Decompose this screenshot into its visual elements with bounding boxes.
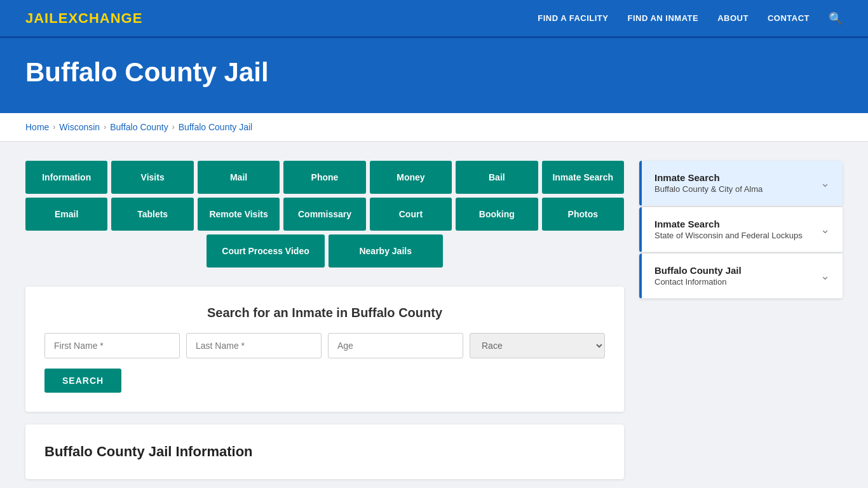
sidebar-item-2-title: Inmate Search <box>654 219 803 229</box>
sidebar-item-1-subtitle: Buffalo County & City of Alma <box>654 184 763 194</box>
breadcrumb-current[interactable]: Buffalo County Jail <box>179 122 252 132</box>
nav-contact[interactable]: CONTACT <box>768 13 810 23</box>
breadcrumb-buffalo-county[interactable]: Buffalo County <box>110 122 168 132</box>
sidebar-item-1[interactable]: Inmate Search Buffalo County & City of A… <box>639 161 843 206</box>
btn-photos[interactable]: Photos <box>542 198 624 231</box>
breadcrumb-sep-3: › <box>172 123 175 132</box>
sidebar-item-2-text: Inmate Search State of Wisconsin and Fed… <box>654 219 803 240</box>
search-icon[interactable]: 🔍 <box>829 11 843 25</box>
sidebar-item-2[interactable]: Inmate Search State of Wisconsin and Fed… <box>639 207 843 252</box>
search-fields: Race White Black Hispanic Asian Native A… <box>44 333 605 358</box>
hero-banner: Buffalo County Jail <box>0 38 868 113</box>
search-section: Search for an Inmate in Buffalo County R… <box>25 287 624 412</box>
btn-email[interactable]: Email <box>25 198 107 231</box>
sidebar-item-1-text: Inmate Search Buffalo County & City of A… <box>654 172 763 194</box>
sidebar-item-3-title: Buffalo County Jail <box>654 265 742 276</box>
btn-phone[interactable]: Phone <box>283 161 365 194</box>
button-grid-row2: Email Tablets Remote Visits Commissary C… <box>25 198 624 231</box>
page-title: Buffalo County Jail <box>25 57 843 88</box>
btn-court-process-video[interactable]: Court Process Video <box>207 234 324 268</box>
btn-remote-visits[interactable]: Remote Visits <box>198 198 280 231</box>
sidebar-item-1-title: Inmate Search <box>654 172 763 183</box>
breadcrumb: Home › Wisconsin › Buffalo County › Buff… <box>25 122 843 132</box>
logo-part1: JAIL <box>25 10 58 26</box>
btn-court[interactable]: Court <box>370 198 452 231</box>
breadcrumb-wisconsin[interactable]: Wisconsin <box>59 122 100 132</box>
button-grid-row1: Information Visits Mail Phone Money Bail… <box>25 161 624 194</box>
btn-bail[interactable]: Bail <box>456 161 538 194</box>
btn-tablets[interactable]: Tablets <box>111 198 193 231</box>
logo-highlight: E <box>58 10 69 26</box>
breadcrumb-sep-1: › <box>53 123 55 132</box>
breadcrumb-home[interactable]: Home <box>25 122 49 132</box>
main-content: Information Visits Mail Phone Money Bail… <box>0 142 868 488</box>
search-title: Search for an Inmate in Buffalo County <box>44 306 605 320</box>
sidebar-item-3[interactable]: Buffalo County Jail Contact Information … <box>639 254 843 299</box>
first-name-input[interactable] <box>44 333 180 358</box>
sidebar-card-2: Inmate Search State of Wisconsin and Fed… <box>639 207 843 252</box>
breadcrumb-sep-2: › <box>104 123 106 132</box>
info-section: Buffalo County Jail Information <box>25 424 624 479</box>
info-title: Buffalo County Jail Information <box>44 444 605 460</box>
nav-find-facility[interactable]: FIND A FACILITY <box>538 13 608 23</box>
sidebar-item-2-subtitle: State of Wisconsin and Federal Lockups <box>654 231 803 240</box>
btn-money[interactable]: Money <box>370 161 452 194</box>
breadcrumb-bar: Home › Wisconsin › Buffalo County › Buff… <box>0 113 868 142</box>
left-column: Information Visits Mail Phone Money Bail… <box>25 161 624 479</box>
button-grid-row3: Court Process Video Nearby Jails <box>25 234 624 268</box>
search-button[interactable]: SEARCH <box>44 369 121 393</box>
nav-about[interactable]: ABOUT <box>717 13 749 23</box>
btn-mail[interactable]: Mail <box>198 161 280 194</box>
btn-information[interactable]: Information <box>25 161 107 194</box>
btn-inmate-search[interactable]: Inmate Search <box>542 161 624 194</box>
btn-commissary[interactable]: Commissary <box>283 198 365 231</box>
sidebar-card-3: Buffalo County Jail Contact Information … <box>639 254 843 299</box>
chevron-down-icon-1: ⌄ <box>820 176 830 190</box>
btn-booking[interactable]: Booking <box>456 198 538 231</box>
navbar: JAILEXCHANGE FIND A FACILITY FIND AN INM… <box>0 0 868 38</box>
logo[interactable]: JAILEXCHANGE <box>25 10 142 27</box>
right-sidebar: Inmate Search Buffalo County & City of A… <box>639 161 843 479</box>
age-input[interactable] <box>328 333 463 358</box>
sidebar-item-3-text: Buffalo County Jail Contact Information <box>654 265 742 287</box>
sidebar-item-3-subtitle: Contact Information <box>654 277 742 287</box>
logo-part3: XCHANGE <box>68 10 142 26</box>
last-name-input[interactable] <box>186 333 322 358</box>
btn-nearby-jails[interactable]: Nearby Jails <box>329 234 443 268</box>
race-select[interactable]: Race White Black Hispanic Asian Native A… <box>470 333 605 358</box>
chevron-down-icon-2: ⌄ <box>820 222 830 236</box>
nav-links: FIND A FACILITY FIND AN INMATE ABOUT CON… <box>538 11 843 25</box>
nav-find-inmate[interactable]: FIND AN INMATE <box>627 13 698 23</box>
chevron-down-icon-3: ⌄ <box>820 269 830 283</box>
btn-visits[interactable]: Visits <box>111 161 193 194</box>
sidebar-card-1: Inmate Search Buffalo County & City of A… <box>639 161 843 206</box>
